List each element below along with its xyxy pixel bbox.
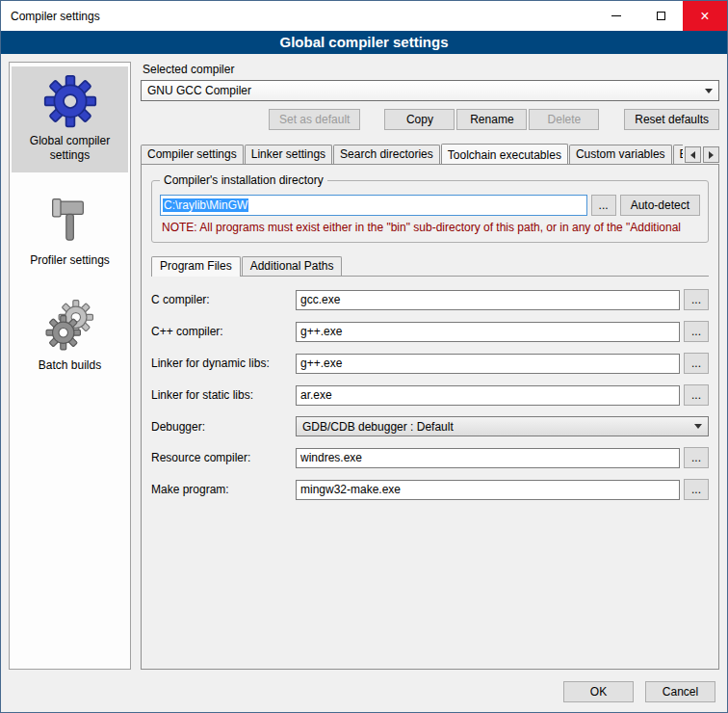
field-row-static-linker: Linker for static libs: ... bbox=[151, 384, 709, 406]
dynamic-linker-input[interactable] bbox=[296, 354, 680, 374]
copy-button[interactable]: Copy bbox=[384, 109, 455, 130]
selected-text: C:\raylib\MinGW bbox=[163, 198, 248, 212]
stacked-gears-icon bbox=[42, 299, 98, 353]
tab-search-directories[interactable]: Search directories bbox=[333, 145, 440, 164]
toolchain-executables-panel: Compiler's installation directory C:\ray… bbox=[141, 164, 719, 670]
tab-additional-paths[interactable]: Additional Paths bbox=[242, 256, 343, 276]
c-compiler-input[interactable] bbox=[296, 290, 680, 310]
chevron-down-icon bbox=[689, 424, 706, 429]
cancel-button[interactable]: Cancel bbox=[645, 681, 715, 702]
debugger-select[interactable]: GDB/CDB debugger : Default bbox=[296, 416, 709, 436]
compiler-select[interactable]: GNU GCC Compiler bbox=[141, 80, 719, 101]
browse-button[interactable]: ... bbox=[684, 479, 709, 500]
field-row-make-program: Make program: ... bbox=[151, 479, 709, 500]
dialog-footer: OK Cancel bbox=[1, 677, 727, 712]
ok-button[interactable]: OK bbox=[563, 681, 634, 702]
browse-button[interactable]: ... bbox=[684, 447, 709, 468]
note-text: NOTE: All programs must exist either in … bbox=[162, 221, 700, 234]
sidebar: Global compiler settings Profiler settin… bbox=[9, 62, 131, 670]
browse-button[interactable]: ... bbox=[684, 321, 709, 342]
dialog-body: Global compiler settings Profiler settin… bbox=[1, 54, 727, 677]
window-title: Compiler settings bbox=[1, 1, 594, 31]
sidebar-item-label: Global compiler settings bbox=[13, 134, 126, 163]
field-label: Resource compiler: bbox=[151, 451, 296, 464]
tab-compiler-settings[interactable]: Compiler settings bbox=[141, 145, 244, 164]
field-row-resource-compiler: Resource compiler: ... bbox=[151, 447, 709, 468]
close-icon: × bbox=[700, 9, 709, 24]
browse-button[interactable]: ... bbox=[684, 289, 709, 310]
blue-gear-icon bbox=[43, 74, 97, 128]
maximize-button[interactable] bbox=[638, 1, 683, 31]
tab-linker-settings[interactable]: Linker settings bbox=[245, 145, 332, 164]
chevron-down-icon bbox=[700, 89, 716, 93]
static-linker-input[interactable] bbox=[296, 385, 680, 406]
rename-button[interactable]: Rename bbox=[456, 109, 527, 130]
tab-toolchain-executables[interactable]: Toolchain executables bbox=[441, 144, 568, 164]
compiler-buttons-row: Set as default Copy Rename Delete Reset … bbox=[141, 109, 719, 130]
field-row-debugger: Debugger: GDB/CDB debugger : Default bbox=[151, 416, 709, 436]
tabs-scroll-left-button[interactable] bbox=[685, 146, 701, 163]
titlebar: Compiler settings × bbox=[1, 1, 727, 31]
selected-compiler-label: Selected compiler bbox=[143, 63, 719, 76]
inner-tabstrip: Program Files Additional Paths bbox=[151, 256, 709, 276]
tabs-scroll-area: Compiler settings Linker settings Search… bbox=[141, 144, 683, 164]
installation-directory-row: C:\raylib\MinGW ... Auto-detect bbox=[160, 195, 700, 216]
page-title: Global compiler settings bbox=[1, 31, 727, 54]
sidebar-item-global-compiler-settings[interactable]: Global compiler settings bbox=[12, 66, 128, 172]
minimize-button[interactable] bbox=[594, 1, 638, 31]
make-program-input[interactable] bbox=[296, 480, 680, 500]
tab-program-files[interactable]: Program Files bbox=[151, 256, 241, 277]
sidebar-item-label: Profiler settings bbox=[30, 253, 110, 268]
installation-directory-input[interactable]: C:\raylib\MinGW bbox=[160, 195, 587, 216]
reset-defaults-button[interactable]: Reset defaults bbox=[624, 109, 719, 130]
browse-button[interactable]: ... bbox=[684, 353, 709, 374]
directory-browse-button[interactable]: ... bbox=[591, 195, 616, 216]
field-label: C compiler: bbox=[151, 293, 296, 306]
compiler-select-value: GNU GCC Compiler bbox=[147, 84, 251, 97]
minimize-icon bbox=[611, 15, 621, 16]
field-label: Linker for dynamic libs: bbox=[151, 356, 296, 370]
sidebar-item-batch-builds[interactable]: Batch builds bbox=[12, 291, 128, 383]
tab-custom-variables[interactable]: Custom variables bbox=[569, 145, 672, 164]
settings-tabstrip: Compiler settings Linker settings Search… bbox=[141, 144, 719, 164]
sidebar-item-profiler-settings[interactable]: Profiler settings bbox=[12, 186, 128, 277]
cpp-compiler-input[interactable] bbox=[296, 322, 680, 342]
field-row-c-compiler: C compiler: ... bbox=[151, 289, 709, 310]
arrow-right-icon bbox=[709, 151, 714, 159]
field-label: C++ compiler: bbox=[151, 325, 296, 338]
field-row-cpp-compiler: C++ compiler: ... bbox=[151, 321, 709, 342]
tab-build-options-clipped[interactable]: Buil bbox=[673, 145, 683, 164]
resource-compiler-input[interactable] bbox=[296, 448, 680, 468]
field-label: Debugger: bbox=[151, 420, 296, 434]
arrow-left-icon bbox=[690, 151, 695, 159]
profiler-tool-icon bbox=[46, 194, 94, 248]
field-row-dynamic-linker: Linker for dynamic libs: ... bbox=[151, 353, 709, 374]
tabs-scroll-right-button[interactable] bbox=[703, 146, 719, 163]
close-button[interactable]: × bbox=[683, 1, 727, 31]
sidebar-item-label: Batch builds bbox=[39, 358, 101, 373]
groupbox-title: Compiler's installation directory bbox=[160, 173, 327, 187]
compiler-settings-dialog: Compiler settings × Global compiler sett… bbox=[0, 0, 728, 713]
program-files-page: C compiler: ... C++ compiler: ... Linker… bbox=[151, 276, 709, 661]
main-panel: Selected compiler GNU GCC Compiler Set a… bbox=[141, 62, 719, 670]
maximize-icon bbox=[657, 12, 665, 20]
set-as-default-button[interactable]: Set as default bbox=[269, 109, 360, 130]
auto-detect-button[interactable]: Auto-detect bbox=[620, 195, 700, 216]
installation-directory-groupbox: Compiler's installation directory C:\ray… bbox=[151, 180, 709, 243]
debugger-select-value: GDB/CDB debugger : Default bbox=[302, 420, 454, 434]
delete-button[interactable]: Delete bbox=[529, 109, 599, 130]
field-label: Make program: bbox=[151, 483, 296, 496]
browse-button[interactable]: ... bbox=[684, 384, 709, 406]
field-label: Linker for static libs: bbox=[151, 388, 296, 402]
